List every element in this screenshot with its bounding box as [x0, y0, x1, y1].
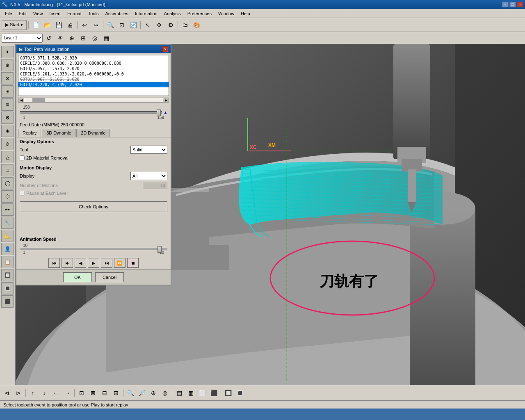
sidebar-btn-1[interactable]: ✦ — [1, 46, 14, 58]
sidebar-btn-7[interactable]: ◈ — [1, 125, 14, 137]
material-removal-checkbox[interactable] — [20, 155, 25, 160]
bt-20[interactable]: 🔳 — [234, 388, 245, 398]
view-icon[interactable]: ▦ — [101, 33, 112, 43]
move-icon[interactable]: ✥ — [154, 20, 164, 30]
sidebar-btn-8[interactable]: ⊘ — [1, 138, 14, 150]
redo-icon[interactable]: ↪ — [91, 20, 101, 30]
close-button[interactable]: × — [517, 2, 523, 7]
menu-tools[interactable]: Tools — [85, 10, 102, 17]
sidebar-btn-20[interactable]: ⬛ — [1, 295, 14, 308]
sidebar-btn-2[interactable]: ⊕ — [1, 59, 14, 71]
sidebar-btn-12[interactable]: ⬡ — [1, 190, 14, 203]
minimize-button[interactable]: − — [502, 2, 509, 7]
maximize-button[interactable]: □ — [509, 2, 516, 7]
bt-19[interactable]: 🔲 — [223, 388, 233, 398]
menu-file[interactable]: File — [2, 10, 16, 17]
code-line-4[interactable]: GOTO/5.967,-5.106,-2.020 — [18, 77, 169, 82]
bt-14[interactable]: ◎ — [160, 388, 170, 398]
num-motions-input[interactable] — [143, 182, 167, 189]
stop-button[interactable]: ⏹ — [127, 258, 139, 268]
sidebar-btn-10[interactable]: □ — [1, 164, 14, 176]
bt-6[interactable]: → — [62, 388, 73, 398]
layer-select[interactable]: Layer 1 — [2, 34, 43, 43]
tpv-close-button[interactable]: × — [162, 46, 168, 52]
code-line-5[interactable]: GOTO/14.228,-4.749,-2.020 — [18, 82, 169, 87]
fast-forward-button[interactable]: ⏩ — [114, 258, 126, 268]
bt-11[interactable]: 🔍 — [125, 388, 136, 398]
menu-window[interactable]: Window — [215, 10, 237, 17]
tpv-titlebar[interactable]: ⊟ Tool Path Visualization × — [16, 45, 171, 53]
menu-analysis[interactable]: Analysis — [161, 10, 184, 17]
menu-assemblies[interactable]: Assemblies — [102, 10, 131, 17]
menu-edit[interactable]: Edit — [16, 10, 30, 17]
code-line-0[interactable]: GOTO/5.071,1.52B,-2.020 — [18, 55, 169, 61]
bt-8[interactable]: ⊠ — [88, 388, 98, 398]
grid-icon[interactable]: ⊞ — [78, 33, 89, 43]
sidebar-btn-18[interactable]: 🔲 — [1, 269, 14, 281]
step-forward-button[interactable]: ⏭ — [101, 258, 112, 268]
check-options-button[interactable]: Check Options — [20, 201, 167, 212]
refresh-icon[interactable]: ↺ — [43, 33, 54, 43]
hscroll-track[interactable] — [24, 98, 163, 102]
rotate-icon[interactable]: 🔄 — [128, 20, 139, 30]
bt-15[interactable]: ▤ — [174, 388, 185, 398]
bt-4[interactable]: ↓ — [39, 388, 50, 398]
tool-select[interactable]: Solid Wireframe No Tool — [130, 146, 167, 154]
hscroll-left[interactable]: ◀ — [18, 98, 24, 102]
menu-help[interactable]: Help — [237, 10, 253, 17]
undo-icon[interactable]: ↩ — [79, 20, 90, 30]
sidebar-btn-19[interactable]: 🔳 — [1, 282, 14, 294]
pause-checkbox[interactable] — [20, 191, 25, 196]
bt-16[interactable]: ▦ — [185, 388, 196, 398]
bt-10[interactable]: ⊞ — [111, 388, 121, 398]
bt-1[interactable]: ⊲ — [2, 388, 12, 398]
feature-icon[interactable]: ⚙ — [165, 20, 176, 30]
zoom-fit-icon[interactable]: ⊡ — [116, 20, 127, 30]
start-button[interactable]: ▶ Start ▾ — [2, 20, 27, 30]
main-slider-track[interactable] — [20, 111, 162, 114]
sidebar-btn-11[interactable]: ◯ — [1, 177, 14, 189]
tab-2d-dynamic[interactable]: 2D Dynamic — [76, 129, 110, 137]
anim-speed-track[interactable] — [20, 248, 167, 250]
eye-icon[interactable]: 👁 — [55, 33, 66, 43]
menu-view[interactable]: View — [30, 10, 46, 17]
bt-13[interactable]: ⊕ — [148, 388, 159, 398]
sidebar-btn-9[interactable]: △ — [1, 151, 14, 163]
menu-preferences[interactable]: Preferences — [184, 10, 215, 17]
compass-icon[interactable]: ◎ — [89, 33, 100, 43]
step-back-button[interactable]: ⏭ — [62, 258, 73, 268]
sidebar-btn-14[interactable]: 🔧 — [1, 217, 14, 229]
sidebar-btn-4[interactable]: ⊞ — [1, 85, 14, 98]
anim-speed-thumb[interactable] — [158, 246, 162, 253]
print-icon[interactable]: 🖨 — [65, 20, 75, 30]
menu-information[interactable]: Information — [132, 10, 161, 17]
title-bar-controls[interactable]: − □ × — [502, 2, 523, 7]
zoom-in-icon[interactable]: 🔍 — [105, 20, 116, 30]
bt-18[interactable]: ⬛ — [208, 388, 219, 398]
layer-icon[interactable]: 🗂 — [180, 20, 190, 30]
bt-3[interactable]: ↑ — [27, 388, 38, 398]
display-select[interactable]: All Rapid Feed None — [130, 172, 167, 180]
bt-17[interactable]: ⬜ — [197, 388, 208, 398]
rewind-start-button[interactable]: ⏮ — [48, 258, 60, 268]
hscroll-thumb[interactable] — [32, 98, 45, 102]
slider-row[interactable]: ▲ — [20, 110, 167, 114]
main-slider-thumb[interactable] — [157, 110, 161, 116]
snap-icon[interactable]: ⊕ — [66, 33, 77, 43]
bt-7[interactable]: ⊡ — [76, 388, 87, 398]
code-line-1[interactable]: CIRCLE/0.000,0.000,-2.020,0.0000000,0.00… — [18, 61, 169, 66]
sidebar-btn-13[interactable]: ⊶ — [1, 203, 14, 216]
bt-9[interactable]: ⊟ — [99, 388, 110, 398]
new-icon[interactable]: 📄 — [30, 20, 41, 30]
select-icon[interactable]: ↖ — [142, 20, 153, 30]
cancel-button[interactable]: Cancel — [95, 272, 124, 282]
bt-5[interactable]: ← — [50, 388, 61, 398]
sidebar-btn-3[interactable]: ⊗ — [1, 72, 14, 84]
code-line-2[interactable]: GOTO/5.057,-1.574,-2.020 — [18, 66, 169, 71]
menu-insert[interactable]: Insert — [46, 10, 64, 17]
play-forward-button[interactable]: ▶ — [88, 258, 99, 268]
play-reverse-button[interactable]: ◀ — [75, 258, 86, 268]
sidebar-btn-16[interactable]: 👤 — [1, 243, 14, 255]
sidebar-btn-17[interactable]: 📋 — [1, 256, 14, 268]
sidebar-btn-15[interactable]: 📐 — [1, 230, 14, 242]
